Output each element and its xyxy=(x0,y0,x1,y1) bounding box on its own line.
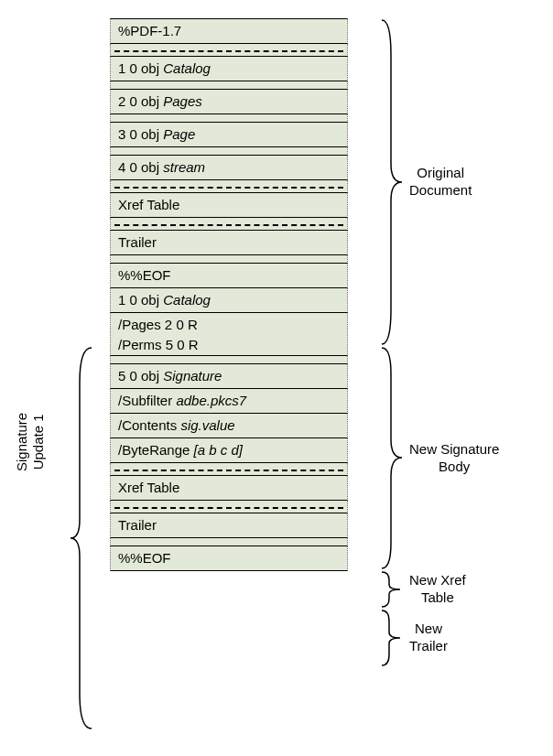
obj-type: Page xyxy=(163,126,195,142)
xref-row: Xref Table xyxy=(110,192,348,218)
obj-3-row: 3 0 obj Page xyxy=(110,122,348,147)
contents-row: /Contents sig.value xyxy=(110,413,348,438)
obj-2-row: 2 0 obj Pages xyxy=(110,89,348,114)
obj-id: 1 0 obj xyxy=(118,292,163,308)
new-trailer-group: Trailer %%EOF xyxy=(110,513,348,571)
obj-id: 4 0 obj xyxy=(118,159,163,175)
obj-id: 1 0 obj xyxy=(118,60,163,76)
new-trailer-label: NewTrailer xyxy=(404,621,448,655)
contents-val: sig.value xyxy=(180,417,234,433)
obj-type: Signature xyxy=(163,368,222,383)
new-eof-row: %%EOF xyxy=(110,545,348,571)
obj-id: 2 0 obj xyxy=(118,93,163,109)
dash-separator xyxy=(110,180,348,193)
subfilter-row: /Subfilter adbe.pkcs7 xyxy=(110,388,348,414)
perms-ref: /Perms 5 0 R xyxy=(118,335,340,355)
original-document-group: %PDF-1.7 1 0 obj Catalog 2 0 obj Pages 3… xyxy=(110,18,348,288)
byterange-row: /ByteRange [a b c d] xyxy=(110,437,348,463)
signature-body-label-group: New SignatureBody xyxy=(380,346,499,570)
trailer-row: Trailer xyxy=(110,230,348,255)
catalog-refs-row: /Pages 2 0 R /Perms 5 0 R xyxy=(110,312,348,356)
new-xref-label: New XrefTable xyxy=(404,572,466,607)
pages-ref: /Pages 2 0 R xyxy=(118,315,340,335)
new-xref-group: Xref Table xyxy=(110,475,348,513)
eof-row: %%EOF xyxy=(110,263,348,288)
right-brace-icon xyxy=(380,18,404,346)
subfilter-val: adbe.pkcs7 xyxy=(176,393,246,408)
obj-type: Catalog xyxy=(163,60,211,76)
new-eof-text: %%EOF xyxy=(118,550,171,566)
new-trailer-text: Trailer xyxy=(118,517,157,533)
signature-update-label: Signature Update 1 xyxy=(14,413,47,471)
right-brace-icon xyxy=(380,570,404,609)
byterange-val: [a b c d] xyxy=(194,442,243,458)
obj-1-row: 1 0 obj Catalog xyxy=(110,56,348,81)
xref-text: Xref Table xyxy=(118,197,179,212)
obj-type: Pages xyxy=(163,93,202,109)
vertical-label-line2: Update 1 xyxy=(30,414,46,470)
eof-text: %%EOF xyxy=(118,267,171,283)
byterange-key: /ByteRange xyxy=(118,442,194,458)
sig-obj-5-row: 5 0 obj Signature xyxy=(110,363,348,389)
pdf-header-row: %PDF-1.7 xyxy=(110,18,348,44)
vertical-label-line1: Signature xyxy=(14,413,29,471)
obj-4-row: 4 0 obj stream xyxy=(110,155,348,180)
trailer-text: Trailer xyxy=(118,234,157,250)
right-brace-icon xyxy=(380,609,404,667)
dash-separator xyxy=(110,463,348,476)
obj-id: 5 0 obj xyxy=(118,368,163,383)
dash-separator xyxy=(110,44,348,57)
new-xref-label-group: New XrefTable xyxy=(380,570,466,609)
signature-body-group: 1 0 obj Catalog /Pages 2 0 R /Perms 5 0 … xyxy=(110,287,348,476)
pdf-structure-diagram: Signature Update 1 %PDF-1.7 1 0 obj Cata… xyxy=(18,18,535,738)
new-trailer-label-group: NewTrailer xyxy=(380,609,448,667)
signature-body-label: New SignatureBody xyxy=(404,441,499,476)
obj-type: Catalog xyxy=(163,292,211,308)
sig-obj-1-row: 1 0 obj Catalog xyxy=(110,287,348,313)
obj-type: stream xyxy=(163,159,205,175)
block-column: %PDF-1.7 1 0 obj Catalog 2 0 obj Pages 3… xyxy=(110,18,348,571)
original-document-label: OriginalDocument xyxy=(404,165,472,200)
dash-separator xyxy=(110,501,348,513)
new-trailer-row: Trailer xyxy=(110,513,348,538)
new-xref-text: Xref Table xyxy=(118,480,179,495)
left-brace-icon xyxy=(69,346,96,730)
obj-id: 3 0 obj xyxy=(118,126,163,142)
dash-separator xyxy=(110,218,348,231)
contents-key: /Contents xyxy=(118,417,180,433)
right-brace-icon xyxy=(380,346,404,570)
subfilter-key: /Subfilter xyxy=(118,393,176,408)
new-xref-row: Xref Table xyxy=(110,475,348,501)
pdf-header-text: %PDF-1.7 xyxy=(118,23,181,38)
original-document-label-group: OriginalDocument xyxy=(380,18,472,346)
